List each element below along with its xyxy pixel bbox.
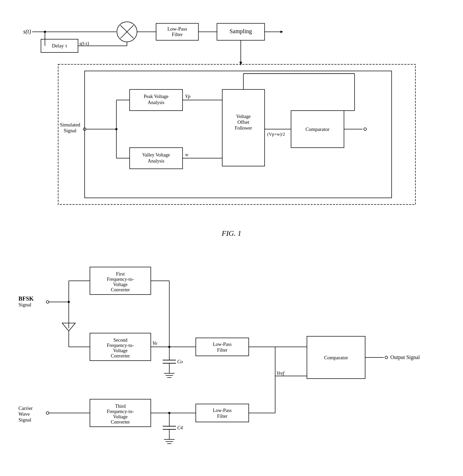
delay-label: Delay τ [52,43,67,48]
svg-point-37 [364,128,366,130]
comparator2-label: Comparator [324,355,348,360]
simulated-signal-label: Simulated [60,122,80,127]
co-label: Co [177,359,183,364]
st-tau-label: s(t-τ) [79,41,89,46]
lpf1-label1: Low-Pass [213,342,232,347]
svg-point-40 [46,301,49,303]
second-ftv-label1: Second [113,337,127,343]
first-ftv-label3: Voltage [113,282,128,287]
first-ftv-label1: First [116,271,125,277]
bfsk-label: BFSK [18,295,34,302]
valley-voltage-label2: Analysis [148,158,164,164]
voltage-offset-label2: Offset [238,120,249,125]
lpf2-label2: Filter [217,414,227,419]
svg-rect-19 [85,71,392,198]
svg-point-69 [46,412,49,414]
third-ftv-label3: Voltage [113,414,128,419]
fig2-label: FIG. 2 [16,475,447,476]
svg-rect-18 [58,64,416,204]
carrier-wave-label2: Wave [18,411,30,417]
peak-voltage-label1: Peak Voltage [144,94,168,99]
c4-label: C4 [177,425,183,430]
second-ftv-label2: Frequency-to- [107,343,134,348]
sampling-label: Sampling [230,28,252,35]
first-ftv-label2: Frequency-to- [107,277,134,282]
vref-label: Vref [277,371,285,376]
carrier-wave-label3: Signal [18,417,31,423]
first-ftv-label4: Converter [111,287,130,292]
third-ftv-label2: Frequency-to- [107,409,134,414]
second-ftv-label3: Voltage [113,348,128,353]
lpf1-label2: Filter [217,347,227,353]
second-ftv-label4: Converter [111,353,130,359]
third-ftv-label1: Third [115,404,126,409]
fig2-diagram: BFSK Signal First Frequency-to- Voltage … [16,246,447,475]
fig1-svg: s(t) Low-Pass Filter [16,11,447,227]
third-ftv-label4: Converter [111,419,130,425]
page: s(t) Low-Pass Filter [0,0,463,476]
comparator-label: Comparator [306,126,330,132]
lpf-label1: Low-Pass [167,26,187,32]
voltage-offset-label3: Follower [235,125,252,131]
output-signal-label: Output Signal [390,354,420,360]
svg-point-68 [385,356,388,359]
peak-voltage-label2: Analysis [148,100,164,105]
fig2-svg: BFSK Signal First Frequency-to- Voltage … [16,246,447,475]
valley-voltage-label1: Valley Voltage [142,152,170,158]
vpw-label: (Vp+w)/2 [267,132,285,137]
vp-label: Vp [185,94,190,99]
vw-label: w [185,152,188,157]
simulated-signal-label2: Signal [64,128,76,133]
lpf-label2: Filter [172,32,183,37]
bfsk-signal-label: Signal [18,302,31,307]
st-label: s(t) [23,28,31,35]
lpf2-label1: Low-Pass [213,408,232,413]
carrier-wave-label1: Carrier [18,405,33,411]
fig1-label: FIG. 1 [16,229,447,238]
fig1-diagram: s(t) Low-Pass Filter [16,11,447,227]
vo-label: Vo [152,341,157,346]
svg-marker-13 [239,62,242,66]
voltage-offset-label1: Voltage [236,114,251,119]
svg-marker-11 [281,31,283,33]
